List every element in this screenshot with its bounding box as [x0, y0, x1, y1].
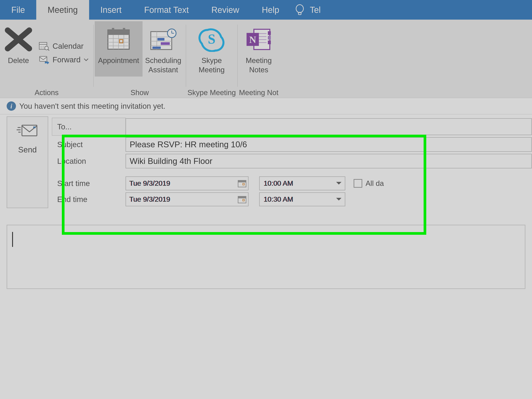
end-time-value: 10:30 AM: [264, 195, 293, 203]
tab-meeting[interactable]: Meeting: [36, 0, 89, 20]
skype-icon: S: [198, 27, 225, 52]
subject-label: Subject: [52, 137, 125, 152]
calendar-picker-icon[interactable]: [238, 195, 246, 203]
svg-line-10: [48, 49, 49, 51]
text-cursor: [12, 232, 13, 247]
tab-help[interactable]: Help: [251, 0, 291, 20]
ribbon-group-notes: N Meeting Notes Meeting Not: [238, 21, 280, 97]
group-label-notes: Meeting Not: [239, 89, 279, 97]
svg-rect-54: [238, 196, 246, 198]
info-text: You haven't sent this meeting invitation…: [19, 101, 165, 111]
ribbon: Delete Calendar Forward Actions: [0, 20, 532, 98]
svg-text:S: S: [208, 32, 215, 47]
notes-label-2: Notes: [246, 65, 272, 75]
forward-label: Forward: [52, 55, 81, 64]
start-date-input[interactable]: Tue 9/3/2019: [126, 176, 248, 190]
svg-point-0: [296, 5, 304, 13]
end-time-label: End time: [52, 192, 125, 207]
scheduling-assistant-label-1: Scheduling: [145, 56, 181, 65]
svg-rect-14: [112, 28, 114, 32]
meeting-notes-button[interactable]: N Meeting Notes: [241, 21, 276, 76]
all-day-label: All da: [366, 179, 384, 188]
chevron-down-icon: [84, 58, 89, 61]
start-date-value: Tue 9/3/2019: [129, 179, 170, 187]
calendar-label: Calendar: [52, 42, 84, 51]
svg-rect-51: [238, 180, 246, 182]
svg-rect-13: [108, 30, 129, 35]
tab-tell-me[interactable]: Tel: [309, 0, 332, 20]
start-time-value: 10:00 AM: [264, 179, 293, 187]
send-envelope-icon: [17, 124, 38, 139]
skype-label-1: Skype: [199, 56, 225, 65]
end-time-input[interactable]: 10:30 AM: [259, 192, 345, 206]
chevron-down-icon: [336, 197, 342, 201]
end-date-value: Tue 9/3/2019: [129, 195, 170, 203]
tell-me-lightbulb-icon[interactable]: [291, 0, 309, 20]
tab-file[interactable]: File: [0, 0, 36, 20]
svg-rect-29: [161, 42, 170, 45]
checkbox-box: [354, 179, 362, 188]
calendar-button[interactable]: Calendar: [37, 40, 90, 52]
info-icon: i: [7, 101, 16, 111]
tab-review[interactable]: Review: [200, 0, 251, 20]
ribbon-group-show: Appointment Scheduling Assistant Show: [94, 21, 186, 97]
location-label: Location: [52, 154, 125, 169]
location-input[interactable]: Wiki Building 4th Floor: [126, 154, 532, 168]
svg-text:N: N: [249, 34, 256, 45]
start-time-label: Start time: [52, 176, 125, 190]
svg-rect-36: [268, 31, 271, 35]
group-label-actions: Actions: [35, 89, 58, 97]
appointment-button[interactable]: Appointment: [95, 21, 142, 76]
notes-label-1: Meeting: [246, 56, 272, 65]
scheduling-assistant-icon: [149, 27, 177, 52]
subject-input[interactable]: Please RSVP: HR meeting 10/6: [126, 137, 532, 152]
appointment-label: Appointment: [98, 56, 139, 65]
send-label: Send: [18, 145, 37, 154]
forward-envelope-icon: [39, 55, 50, 64]
calendar-search-icon: [39, 41, 50, 51]
start-time-input[interactable]: 10:00 AM: [259, 176, 345, 190]
info-bar: i You haven't sent this meeting invitati…: [0, 98, 532, 114]
to-input[interactable]: [126, 118, 532, 135]
svg-rect-15: [123, 28, 125, 32]
message-body-input[interactable]: [7, 225, 525, 289]
ribbon-group-skype: S Skype Meeting Skype Meeting: [186, 21, 237, 97]
send-button[interactable]: Send: [7, 116, 48, 208]
scheduling-assistant-button[interactable]: Scheduling Assistant: [142, 21, 184, 76]
all-day-checkbox[interactable]: All da: [354, 179, 384, 188]
forward-button[interactable]: Forward: [37, 54, 90, 65]
delete-label: Delete: [8, 56, 29, 65]
skype-label-2: Meeting: [199, 65, 225, 75]
svg-rect-49: [33, 127, 36, 128]
skype-meeting-button[interactable]: S Skype Meeting: [195, 21, 228, 76]
chevron-down-icon: [336, 182, 342, 185]
svg-rect-11: [40, 56, 47, 61]
tab-insert[interactable]: Insert: [89, 0, 133, 20]
tab-format-text[interactable]: Format Text: [133, 0, 200, 20]
svg-rect-38: [268, 41, 271, 44]
end-date-input[interactable]: Tue 9/3/2019: [126, 192, 248, 206]
delete-button[interactable]: Delete: [1, 21, 36, 76]
svg-rect-30: [152, 47, 161, 49]
to-button[interactable]: To...: [52, 118, 125, 135]
onenote-icon: N: [245, 27, 273, 52]
ribbon-group-actions: Delete Calendar Forward Actions: [0, 21, 93, 97]
scheduling-assistant-label-2: Assistant: [145, 65, 181, 75]
svg-rect-28: [158, 38, 165, 41]
svg-point-9: [45, 46, 48, 50]
delete-x-icon: [4, 27, 32, 52]
calendar-appointment-icon: [105, 27, 132, 52]
group-label-show: Show: [131, 89, 149, 97]
group-label-skype: Skype Meeting: [188, 89, 236, 97]
svg-rect-37: [268, 36, 271, 40]
meeting-form: Send To... Subject Please RSVP: HR meeti…: [0, 114, 532, 208]
calendar-picker-icon[interactable]: [238, 179, 246, 187]
tab-strip: File Meeting Insert Format Text Review H…: [0, 0, 532, 20]
